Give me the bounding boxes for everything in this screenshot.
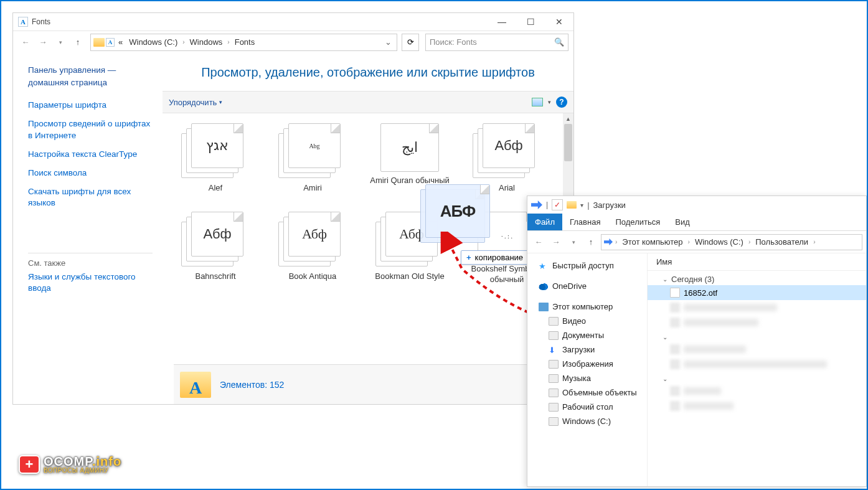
- downloads-icon: [531, 200, 542, 209]
- font-preview-stack: Абф: [278, 212, 347, 268]
- sidebar-link-0[interactable]: Параметры шрифта: [28, 100, 153, 111]
- minimize-button[interactable]: —: [488, 13, 516, 31]
- dl-crumb-2[interactable]: Пользователи: [753, 236, 811, 248]
- qa-dropdown-icon[interactable]: ▾: [580, 202, 583, 209]
- chevron-down-icon: ▾: [219, 99, 222, 105]
- disk-icon: [549, 417, 559, 426]
- font-item[interactable]: Abg Amiri: [266, 123, 359, 193]
- file-row-selected[interactable]: 16852.otf: [648, 285, 866, 300]
- font-sample: ايج: [402, 139, 418, 156]
- help-icon[interactable]: ?: [556, 97, 567, 108]
- back-button[interactable]: ←: [18, 35, 33, 50]
- downloads-icon: [604, 238, 613, 245]
- recent-dropdown[interactable]: ▾: [566, 235, 581, 250]
- chevron-icon: ›: [747, 238, 752, 245]
- tree-onedrive[interactable]: OneDrive: [530, 279, 644, 293]
- sidebar-link-3[interactable]: Поиск символа: [28, 167, 153, 179]
- font-label: Bookman Old Style: [375, 271, 444, 281]
- sidebar-link-2[interactable]: Настройка текста ClearType: [28, 149, 153, 160]
- ribbon-tab-view[interactable]: Вид: [668, 214, 697, 230]
- font-grid: אגץ Alef Abg AmiriايجAmiri Quran обычный…: [163, 113, 573, 294]
- dl-crumb-0[interactable]: Этот компьютер: [620, 236, 685, 248]
- sheet-front: אגץ: [191, 123, 243, 168]
- sheet-front: Abg: [288, 123, 341, 168]
- recent-dropdown[interactable]: ▾: [53, 35, 68, 50]
- file-row[interactable]: [648, 384, 866, 398]
- font-item[interactable]: Абф Book Antiqua: [266, 212, 359, 285]
- font-label: Alef: [209, 183, 222, 193]
- close-button[interactable]: ✕: [545, 13, 573, 31]
- file-row[interactable]: [648, 398, 866, 413]
- refresh-button[interactable]: ⟳: [402, 34, 419, 51]
- folder-icon: [93, 38, 105, 47]
- sidebar-separator: [28, 253, 153, 253]
- font-sample: Абф: [302, 226, 327, 242]
- tree-downloads[interactable]: ⬇Загрузки: [530, 342, 644, 357]
- file-row[interactable]: [648, 357, 866, 372]
- folder-icon: [567, 201, 577, 209]
- star-icon: ★: [539, 261, 549, 270]
- dl-nav: ← → ▾ ↑ › Этот компьютер › Windows (C:) …: [527, 231, 866, 253]
- view-options-icon[interactable]: [532, 98, 543, 106]
- blurred-group: [671, 375, 765, 382]
- see-also-heading: См. также: [28, 258, 153, 268]
- back-button[interactable]: ←: [531, 235, 546, 250]
- file-row[interactable]: [648, 300, 866, 315]
- scroll-up-arrow[interactable]: ▲: [563, 113, 573, 124]
- dl-address-bar[interactable]: › Этот компьютер › Windows (C:) › Пользо…: [601, 234, 862, 250]
- scroll-thumb[interactable]: [564, 124, 572, 161]
- tree-music[interactable]: Музыка: [530, 371, 644, 385]
- search-icon: 🔍: [554, 37, 564, 47]
- blurred-filename: [684, 346, 746, 353]
- address-dropdown[interactable]: ⌄: [382, 37, 394, 47]
- download-icon: ⬇: [549, 346, 559, 354]
- address-bar[interactable]: A « Windows (C:) › Windows › Fonts ⌄: [90, 34, 397, 51]
- group-today[interactable]: ⌄Сегодня (3): [648, 271, 866, 285]
- search-input[interactable]: Поиск: Fonts 🔍: [425, 34, 568, 51]
- tree-pictures[interactable]: Изображения: [530, 357, 644, 371]
- control-panel-home-link[interactable]: Панель управления — домашняя страница: [28, 64, 153, 88]
- ribbon-tab-share[interactable]: Поделиться: [608, 214, 668, 230]
- forward-button[interactable]: →: [549, 235, 564, 250]
- chevron-icon: ›: [687, 238, 691, 245]
- tree-documents[interactable]: Документы: [530, 328, 644, 342]
- music-icon: [549, 374, 559, 383]
- sidebar-link-4[interactable]: Скачать шрифты для всех языков: [28, 186, 153, 209]
- tree-disk-c[interactable]: Windows (C:): [530, 414, 644, 428]
- tree-this-pc[interactable]: Этот компьютер: [530, 299, 644, 314]
- objects-icon: [549, 389, 559, 397]
- up-button[interactable]: ↑: [583, 235, 598, 250]
- group-blurred[interactable]: ⌄: [648, 372, 866, 384]
- ribbon-tab-file[interactable]: Файл: [527, 214, 562, 230]
- file-row[interactable]: [648, 342, 866, 357]
- dl-file-list: Имя ⌄Сегодня (3) 16852.otf ⌄ ⌄: [647, 253, 866, 486]
- maximize-button[interactable]: ☐: [516, 13, 545, 31]
- tree-quick-access[interactable]: ★Быстрый доступ: [530, 258, 644, 273]
- blurred-icon: [670, 401, 680, 411]
- group-blurred[interactable]: ⌄: [648, 330, 866, 342]
- organize-button[interactable]: Упорядочить ▾: [169, 98, 222, 107]
- ribbon-tab-home[interactable]: Главная: [562, 214, 608, 230]
- dl-crumb-1[interactable]: Windows (C:): [692, 236, 746, 248]
- font-sample: Абф: [494, 138, 522, 154]
- forward-button[interactable]: →: [35, 35, 50, 50]
- font-item[interactable]: Абф Bahnschrift: [169, 212, 262, 285]
- file-row[interactable]: [648, 315, 866, 330]
- font-item[interactable]: Абф Arial: [460, 123, 554, 193]
- chevron-down-icon[interactable]: ▾: [548, 99, 551, 105]
- column-header-name[interactable]: Имя: [648, 253, 866, 271]
- crumb-1[interactable]: Windows: [187, 36, 225, 48]
- tree-desktop[interactable]: Рабочий стол: [530, 400, 644, 414]
- font-preview-stack: Abg: [278, 123, 347, 179]
- left-sidebar: Панель управления — домашняя страница Па…: [13, 53, 163, 404]
- font-item[interactable]: ايجAmiri Quran обычный: [363, 123, 456, 193]
- up-button[interactable]: ↑: [70, 35, 85, 50]
- font-item[interactable]: אגץ Alef: [169, 123, 262, 193]
- crumb-0[interactable]: Windows (C:): [126, 36, 180, 48]
- sidebar-link-1[interactable]: Просмотр сведений о шрифтах в Интернете: [28, 118, 153, 141]
- see-also-link[interactable]: Языки и службы текстового ввода: [28, 271, 153, 294]
- crumb-2[interactable]: Fonts: [232, 36, 258, 48]
- tree-videos[interactable]: Видео: [530, 314, 644, 328]
- tree-3d-objects[interactable]: Объемные объекты: [530, 385, 644, 400]
- qa-checkbox-icon[interactable]: ✓: [552, 199, 563, 210]
